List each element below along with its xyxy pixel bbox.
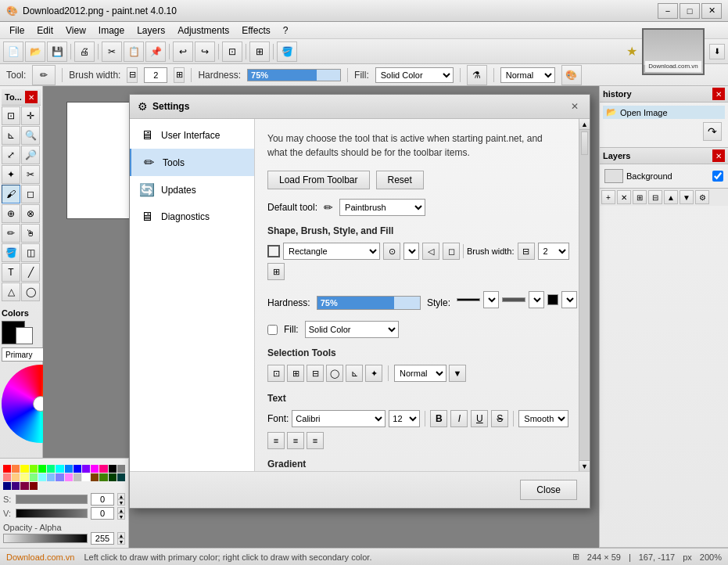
saturation-track[interactable]	[16, 495, 88, 504]
lasso-tool[interactable]: ⊾	[2, 126, 20, 145]
deselect-button[interactable]: ⊡	[222, 41, 242, 62]
menu-adjustments[interactable]: Adjustments	[171, 22, 235, 38]
recolor-tool[interactable]: ⊗	[21, 204, 40, 223]
sel-rect-button[interactable]: ⊡	[267, 365, 285, 382]
settings-close-button[interactable]: ✕	[568, 99, 582, 113]
nav-user-interface[interactable]: 🖥 User Interface	[130, 122, 254, 149]
fill-checkbox[interactable]	[267, 325, 278, 335]
secondary-color-swatch[interactable]	[16, 327, 33, 344]
new-button[interactable]: 📄	[3, 41, 23, 62]
brush-width-input[interactable]	[144, 67, 167, 83]
cut-button[interactable]: ✂	[102, 41, 122, 62]
zoom-in-tool[interactable]: 🔍	[21, 126, 40, 145]
palette-yellow[interactable]	[20, 465, 28, 473]
ellipse-tool[interactable]: ◯	[21, 282, 40, 301]
palette-periwinkle[interactable]	[56, 473, 63, 481]
nav-diagnostics[interactable]: 🖥 Diagnostics	[130, 203, 254, 230]
palette-peach[interactable]	[12, 473, 20, 481]
value-down[interactable]: ▼	[117, 513, 125, 520]
layers-close[interactable]: ✕	[712, 149, 725, 162]
line-cap-style[interactable]	[547, 294, 558, 305]
palette-silver[interactable]	[74, 473, 81, 481]
brush-width-dialog-minus[interactable]: ⊟	[518, 243, 535, 260]
thumbnail-download-button[interactable]: ⬇	[709, 44, 725, 59]
scroll-up-button[interactable]: ▲	[579, 119, 590, 130]
align-center-button[interactable]: ≡	[287, 432, 304, 449]
scroll-thumb[interactable]	[581, 131, 588, 155]
sel-rect2-button[interactable]: ⊞	[287, 365, 304, 382]
minimize-button[interactable]: −	[658, 3, 678, 19]
menu-effects[interactable]: Effects	[235, 22, 276, 38]
brush-width-minus[interactable]: ⊟	[127, 67, 138, 83]
zoom-out-tool[interactable]: 🔎	[21, 146, 40, 164]
brush-shape-button[interactable]: ◁	[422, 243, 439, 260]
palette-maroon[interactable]	[20, 482, 28, 490]
undo-button[interactable]: ↩	[173, 41, 193, 62]
value-input[interactable]	[91, 507, 114, 520]
fill-select[interactable]: Solid Color No Fill Outline	[375, 67, 454, 83]
layers-add-button[interactable]: +	[601, 190, 615, 204]
palette-lightgreen[interactable]	[30, 473, 38, 481]
align-left-button[interactable]: ≡	[267, 432, 285, 449]
palette-navy[interactable]	[3, 482, 11, 490]
palette-gray[interactable]	[117, 465, 125, 473]
palette-darkred[interactable]	[30, 482, 38, 490]
color-options-button[interactable]: 🎨	[561, 65, 582, 85]
print-button[interactable]: 🖨	[74, 41, 95, 62]
bold-button[interactable]: B	[430, 410, 447, 427]
palette-black[interactable]	[109, 465, 117, 473]
menu-layers[interactable]: Layers	[131, 22, 171, 38]
gradient-tool[interactable]: ◫	[21, 243, 40, 262]
load-from-toolbar-button[interactable]: Load From Toolbar	[267, 171, 370, 189]
palette-pink[interactable]	[3, 473, 11, 481]
font-size-select[interactable]: 12 8 10 14 16 18 24	[389, 410, 420, 427]
sel-round-button[interactable]: ⊟	[307, 365, 324, 382]
rectangle-select-tool[interactable]: ⊡	[2, 106, 20, 125]
blend-mode-button[interactable]: ⚗	[467, 65, 487, 85]
align-right-button[interactable]: ≡	[307, 432, 324, 449]
default-tool-select[interactable]: Paintbrush Pencil Rectangle Select	[339, 199, 425, 216]
italic-button[interactable]: I	[450, 410, 468, 427]
brush-width-dialog-plus[interactable]: ⊞	[267, 263, 285, 280]
maximize-button[interactable]: □	[680, 3, 700, 19]
palette-rose[interactable]	[99, 465, 107, 473]
crop-tool[interactable]: ✂	[21, 165, 40, 184]
hardness-bar-dialog[interactable]: 75%	[317, 296, 421, 310]
move-pixels-tool[interactable]: ⤢	[2, 146, 20, 164]
palette-lightmagenta[interactable]	[65, 473, 73, 481]
eraser-tool[interactable]: ◻	[21, 185, 40, 203]
brush-width-dialog-select[interactable]: 2 1 3 4 5	[538, 243, 569, 260]
palette-lightcyan[interactable]	[38, 473, 46, 481]
clone-stamp-tool[interactable]: ⊕	[2, 204, 20, 223]
layers-duplicate-button[interactable]: ⊞	[633, 190, 647, 204]
history-forward-button[interactable]: ↷	[703, 122, 722, 141]
line-style-2[interactable]	[502, 297, 525, 302]
fill-dialog-select[interactable]: Solid Color No Fill Outline	[305, 321, 399, 338]
sel-lasso-button[interactable]: ⊾	[346, 365, 363, 382]
move-tool[interactable]: ✛	[21, 106, 40, 125]
palette-violet[interactable]	[82, 465, 90, 473]
nav-updates[interactable]: 🔄 Updates	[130, 176, 254, 203]
line-style-select-2[interactable]: ▼	[529, 291, 544, 308]
brush-width-plus[interactable]: ⊞	[174, 67, 185, 83]
layers-properties-button[interactable]: ⚙	[695, 190, 709, 204]
history-close[interactable]: ✕	[712, 88, 725, 100]
crop-button[interactable]: ⊞	[249, 41, 270, 62]
line-tool[interactable]: ╱	[21, 263, 40, 282]
brush-type-button-1[interactable]: ⊙	[383, 243, 400, 260]
brush-type-select[interactable]: ▼	[403, 243, 419, 260]
shape-select[interactable]: Rectangle Ellipse Rounded Rectangle	[283, 243, 380, 260]
palette-darkgreen[interactable]	[109, 473, 117, 481]
palette-orange[interactable]	[12, 465, 20, 473]
text-tool[interactable]: T	[2, 263, 20, 282]
menu-image[interactable]: Image	[92, 22, 131, 38]
magic-wand-tool[interactable]: ✦	[2, 165, 20, 184]
layer-visible-checkbox[interactable]	[712, 171, 723, 182]
opacity-up[interactable]: ▲	[117, 532, 125, 538]
line-cap-select[interactable]: ▼	[561, 291, 577, 308]
open-button[interactable]: 📂	[25, 41, 45, 62]
layers-delete-button[interactable]: ✕	[617, 190, 631, 204]
saturation-up[interactable]: ▲	[117, 493, 125, 499]
layer-background[interactable]: Background	[603, 167, 725, 185]
palette-white[interactable]	[82, 473, 90, 481]
